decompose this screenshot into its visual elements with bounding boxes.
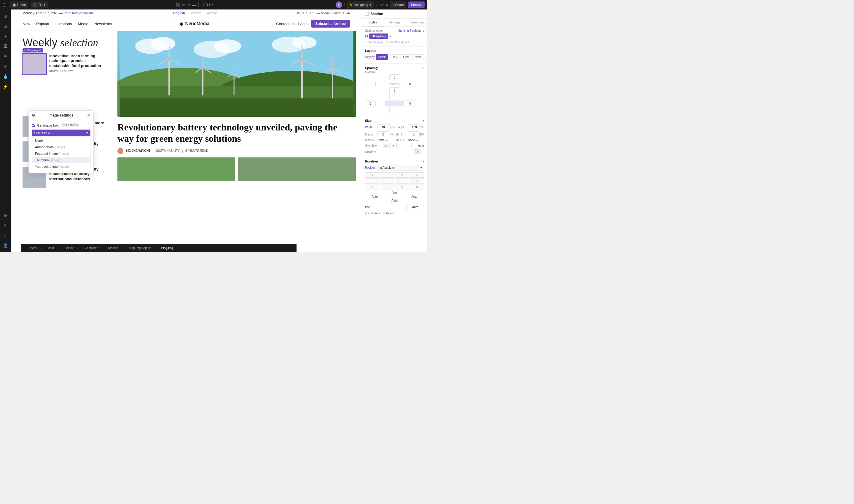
position-select[interactable]: ⊞ Absolute ▾ bbox=[377, 165, 424, 170]
display-none-btn[interactable]: None bbox=[412, 54, 424, 60]
padding-top-input[interactable] bbox=[389, 94, 400, 100]
dropdown-item-none[interactable]: None bbox=[32, 137, 90, 144]
check-icon[interactable]: ✓ bbox=[375, 3, 378, 7]
rp-section-dots[interactable]: ··· bbox=[421, 12, 424, 16]
margin-right-input[interactable] bbox=[405, 81, 415, 87]
mobile-icon[interactable]: ▬ bbox=[192, 3, 196, 7]
overflow-icon-3[interactable]: ↕ bbox=[398, 143, 404, 148]
pos-btn-tc[interactable]: ↑ bbox=[380, 172, 394, 178]
breadcrumb-main[interactable]: ☐ Main bbox=[41, 246, 56, 250]
breadcrumb-blog-img-aspect[interactable]: ☐ Blog-Img-Aspect bbox=[123, 246, 153, 250]
layers-icon[interactable]: ≡ bbox=[1, 52, 10, 60]
home-button[interactable]: 🏠 Home bbox=[10, 1, 28, 8]
width-input[interactable] bbox=[377, 124, 391, 130]
code-icon[interactable]: </> bbox=[380, 3, 384, 6]
dropdown-item-author-photo[interactable]: Author photo (Image) bbox=[32, 144, 90, 150]
overflow-icon-4[interactable]: ↔ bbox=[405, 143, 412, 148]
tab-styles[interactable]: Styles bbox=[362, 19, 384, 26]
overflow-icon-1[interactable]: ⊡ bbox=[383, 143, 389, 148]
margin-bottom-input[interactable] bbox=[389, 88, 400, 93]
dropdown-item-yearbook[interactable]: Yearbook photo (Image) bbox=[32, 163, 90, 170]
pos-btn-tr[interactable]: ↗ bbox=[395, 172, 409, 178]
pages-icon[interactable]: ⊞ bbox=[1, 12, 10, 20]
nav-new[interactable]: New bbox=[22, 22, 30, 26]
nav-login[interactable]: Login bbox=[298, 22, 307, 26]
pos-btn-br[interactable]: ↘ bbox=[395, 184, 409, 190]
tablet-landscape-icon[interactable]: ▭ bbox=[182, 3, 185, 7]
nav-media[interactable]: Media bbox=[78, 22, 88, 26]
min-w-input[interactable] bbox=[377, 131, 389, 137]
pos-btn-r2[interactable]: ↘ bbox=[410, 178, 424, 183]
pos-btn-ml[interactable]: ← bbox=[365, 178, 379, 183]
selector-chevron-icon[interactable]: ▾ bbox=[389, 34, 391, 38]
account-icon[interactable]: 👤 bbox=[1, 241, 10, 250]
assets-icon[interactable]: 🖼 bbox=[1, 42, 10, 50]
tablet-portrait-icon[interactable]: ▱ bbox=[188, 3, 190, 7]
pos-btn-mc[interactable]: · bbox=[380, 178, 394, 183]
select-field-button[interactable]: Select field ▾ bbox=[32, 129, 90, 137]
pos-btn-r1[interactable]: ↗ bbox=[410, 172, 424, 178]
margin-left-input[interactable] bbox=[365, 81, 376, 87]
help-icon[interactable]: ? bbox=[1, 221, 10, 230]
padding-left-input[interactable] bbox=[365, 101, 376, 106]
tab-settings[interactable]: Settings bbox=[384, 19, 405, 26]
children-dots[interactable]: ··· bbox=[422, 150, 424, 154]
dropdown-item-featured[interactable]: Featured image (Image) bbox=[32, 150, 90, 157]
breadcrumb-sidebar[interactable]: ☐ Sidebar bbox=[102, 246, 121, 250]
display-block-btn[interactable]: Block bbox=[376, 54, 388, 60]
display-flex-btn[interactable]: Flex bbox=[389, 54, 399, 60]
pos-btn-r3[interactable]: ⊡ bbox=[410, 184, 424, 190]
nav-popular[interactable]: Popular bbox=[36, 22, 50, 26]
height-input[interactable] bbox=[408, 124, 421, 130]
lang-english[interactable]: English bbox=[173, 11, 185, 15]
breadcrumb-section[interactable]: ☐ Section bbox=[58, 246, 76, 250]
blog-img-settings-gear-icon[interactable]: ⚙ bbox=[39, 49, 41, 52]
pos-btn-mr[interactable]: → bbox=[395, 178, 409, 183]
popup-close-button[interactable]: ✕ bbox=[87, 113, 90, 118]
tab-interactions[interactable]: Interactions bbox=[405, 19, 427, 26]
desktop-icon[interactable]: ⬛ bbox=[176, 3, 180, 7]
dropdown-item-thumbnail[interactable]: Thumbnail (Image) bbox=[32, 157, 90, 163]
min-h-input[interactable] bbox=[408, 131, 420, 137]
language-button[interactable]: 🌐 EN ▾ bbox=[31, 1, 48, 8]
overflow-icon-2[interactable]: ⊠ bbox=[390, 143, 397, 148]
settings-icon[interactable]: ⚙ bbox=[1, 211, 10, 219]
padding-right-input[interactable] bbox=[405, 101, 415, 106]
styles-icon[interactable]: 💧 bbox=[1, 72, 10, 80]
pos-btn-bl[interactable]: ↙ bbox=[365, 184, 379, 190]
inheriting-label[interactable]: Inheriting 3 selectors bbox=[397, 29, 424, 32]
lang-german[interactable]: German bbox=[190, 11, 201, 15]
read-bulletin-link[interactable]: Read today's bulletin bbox=[64, 11, 94, 15]
position-expand-icon[interactable]: ▾ bbox=[423, 160, 424, 163]
subscribe-button[interactable]: Subscribe for free bbox=[311, 20, 350, 28]
nav-contact[interactable]: Contact us bbox=[276, 22, 295, 26]
spacing-expand-icon[interactable]: ⊞ bbox=[422, 67, 424, 70]
itself-input[interactable] bbox=[406, 204, 424, 210]
share-button[interactable]: ↑ Share bbox=[390, 1, 406, 8]
accessibility-icon[interactable]: ✓ bbox=[1, 231, 10, 239]
interactions-icon[interactable]: ⚡ bbox=[1, 83, 10, 91]
display-label: Display bbox=[365, 55, 375, 59]
pos-btn-bc[interactable]: ↓ bbox=[380, 184, 394, 190]
breadcrumb-body[interactable]: ☐ Body bbox=[24, 246, 39, 250]
get-image-checkbox[interactable] bbox=[32, 124, 35, 127]
preview-play-icon[interactable]: ▶ bbox=[386, 3, 389, 6]
pos-btn-tl[interactable]: ↖ bbox=[365, 172, 379, 178]
display-grid-btn[interactable]: Grid bbox=[401, 54, 411, 60]
margin-top-input[interactable] bbox=[389, 74, 400, 80]
size-expand-icon[interactable]: ▾ bbox=[423, 119, 424, 123]
add-element-icon[interactable]: + bbox=[1, 62, 10, 71]
breadcrumb-blog-img[interactable]: ☐ Blog-Img bbox=[155, 246, 176, 250]
more-options-icon[interactable]: ··· bbox=[50, 2, 54, 7]
cms-icon[interactable]: ⊡ bbox=[1, 22, 10, 30]
publish-button[interactable]: Publish bbox=[408, 1, 425, 8]
components-icon[interactable]: ◈ bbox=[1, 32, 10, 40]
breadcrumb-container[interactable]: ☐ Container bbox=[79, 246, 100, 250]
mode-selector[interactable]: ✏️ Designing ▾ bbox=[347, 1, 374, 8]
children-dropdown[interactable]: Fill bbox=[413, 149, 421, 155]
blog-img-selector[interactable]: Blog-Img bbox=[369, 34, 388, 39]
lang-spanish[interactable]: Spanish bbox=[206, 11, 218, 15]
nav-locations[interactable]: Locations bbox=[55, 22, 72, 26]
nav-newsletter[interactable]: Newsletter bbox=[94, 22, 112, 26]
padding-bottom-input[interactable] bbox=[389, 107, 400, 113]
